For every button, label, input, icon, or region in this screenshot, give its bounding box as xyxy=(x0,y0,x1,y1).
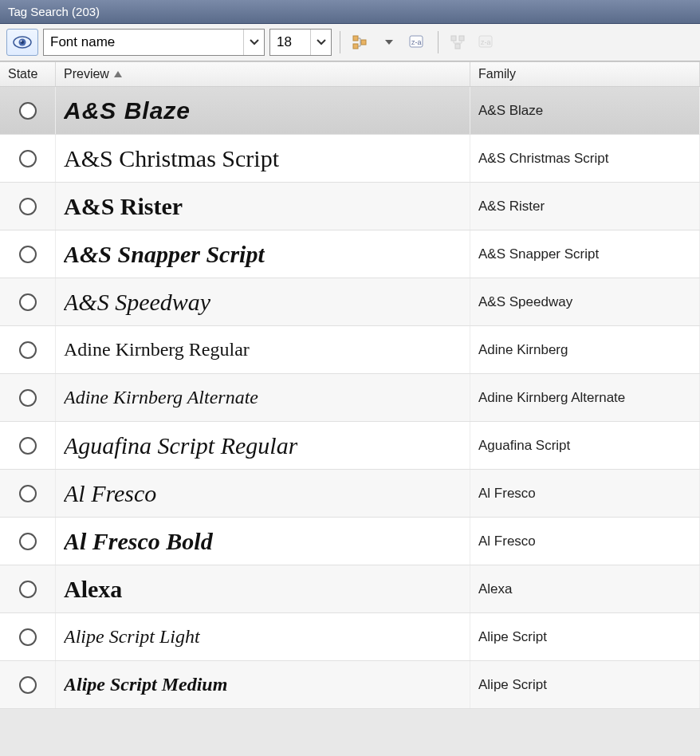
family-cell: A&S Speedway xyxy=(470,278,700,325)
svg-rect-5 xyxy=(353,44,358,49)
table-body: A&S BlazeA&S BlazeA&S Christmas ScriptA&… xyxy=(0,87,700,709)
family-cell: Al Fresco xyxy=(470,470,700,517)
table-header: State Preview Family xyxy=(0,61,700,87)
sort-az-button[interactable]: z-a xyxy=(406,30,430,54)
state-radio[interactable] xyxy=(19,246,37,263)
state-cell xyxy=(0,422,56,469)
tree-dropdown-button[interactable] xyxy=(377,30,401,54)
font-preview-text: Al Fresco Bold xyxy=(64,528,213,555)
font-name-combo[interactable] xyxy=(43,29,265,56)
state-radio[interactable] xyxy=(19,676,37,694)
font-preview-text: Alexa xyxy=(64,576,122,603)
table-row[interactable]: AlexaAlexa xyxy=(0,565,700,613)
state-cell xyxy=(0,135,56,182)
preview-cell: Adine Kirnberg Alternate xyxy=(56,374,470,421)
font-name-input[interactable] xyxy=(44,30,243,55)
font-preview-text: Adine Kirnberg Regular xyxy=(64,339,250,360)
table-row[interactable]: Al FrescoAl Fresco xyxy=(0,470,700,518)
toolbar-separator xyxy=(340,31,340,53)
font-family-name: A&S Christmas Script xyxy=(478,151,608,167)
svg-point-3 xyxy=(21,41,22,42)
font-size-input[interactable] xyxy=(270,30,310,55)
table-row[interactable]: A&S SpeedwayA&S Speedway xyxy=(0,278,700,326)
table-row[interactable]: Alipe Script LightAlipe Script xyxy=(0,613,700,661)
chevron-down-icon xyxy=(317,39,326,45)
state-cell xyxy=(0,374,56,421)
preview-cell: A&S Snapper Script xyxy=(56,230,470,278)
table-row[interactable]: A&S BlazeA&S Blaze xyxy=(0,87,700,135)
tree-expand-button[interactable] xyxy=(348,30,372,54)
preview-cell: A&S Rister xyxy=(56,183,470,230)
tree-collapse-icon xyxy=(450,34,466,50)
preview-cell: A&S Blaze xyxy=(56,87,470,134)
font-preview-text: A&S Rister xyxy=(64,193,183,220)
column-header-state[interactable]: State xyxy=(0,62,56,86)
font-preview-text: A&S Snapper Script xyxy=(64,241,265,268)
font-size-combo[interactable] xyxy=(269,29,332,56)
preview-cell: Alexa xyxy=(56,565,470,612)
font-preview-text: A&S Blaze xyxy=(64,97,191,124)
font-family-name: Alipe Script xyxy=(478,677,547,693)
font-family-name: Al Fresco xyxy=(478,486,536,502)
font-family-name: Adine Kirnberg Alternate xyxy=(478,390,625,406)
column-header-label: Family xyxy=(478,67,516,81)
family-cell: A&S Rister xyxy=(470,183,700,230)
preview-cell: Alipe Script Light xyxy=(56,613,470,660)
table-row[interactable]: Alipe Script MediumAlipe Script xyxy=(0,661,700,709)
svg-rect-9 xyxy=(451,36,456,41)
family-cell: A&S Christmas Script xyxy=(470,135,700,182)
svg-rect-4 xyxy=(353,36,358,41)
state-radio[interactable] xyxy=(19,293,37,311)
font-family-name: A&S Blaze xyxy=(478,103,543,119)
table-row[interactable]: A&S Christmas ScriptA&S Christmas Script xyxy=(0,135,700,183)
state-radio[interactable] xyxy=(19,150,37,167)
column-header-family[interactable]: Family xyxy=(470,62,700,86)
preview-cell: Al Fresco xyxy=(56,470,470,517)
state-cell xyxy=(0,278,56,325)
family-cell: A&S Blaze xyxy=(470,87,700,134)
preview-cell: Aguafina Script Regular xyxy=(56,422,470,469)
svg-text:z-a: z-a xyxy=(411,38,422,46)
font-table: State Preview Family A&S BlazeA&S BlazeA… xyxy=(0,61,700,709)
state-radio[interactable] xyxy=(19,102,37,120)
state-cell xyxy=(0,470,56,517)
window-title-text: Tag Search (203) xyxy=(8,5,100,18)
toolbar: z-a z-a xyxy=(0,24,700,61)
state-cell xyxy=(0,87,56,134)
font-preview-text: Alipe Script Medium xyxy=(64,674,227,695)
font-family-name: Aguafina Script xyxy=(478,438,570,454)
table-row[interactable]: Adine Kirnberg AlternateAdine Kirnberg A… xyxy=(0,374,700,422)
font-family-name: A&S Snapper Script xyxy=(478,246,599,262)
column-header-preview[interactable]: Preview xyxy=(56,62,470,86)
toolbar-separator xyxy=(438,31,438,53)
tree-collapse-button xyxy=(446,30,470,54)
state-radio[interactable] xyxy=(19,437,37,455)
sort-az-icon: z-a xyxy=(478,35,496,49)
font-size-dropdown-button[interactable] xyxy=(310,30,331,55)
family-cell: Adine Kirnberg Alternate xyxy=(470,374,700,421)
table-row[interactable]: A&S RisterA&S Rister xyxy=(0,183,700,230)
state-radio[interactable] xyxy=(19,581,37,598)
font-name-dropdown-button[interactable] xyxy=(243,30,264,55)
preview-visibility-button[interactable] xyxy=(6,29,38,56)
table-row[interactable]: Aguafina Script RegularAguafina Script xyxy=(0,422,700,470)
state-radio[interactable] xyxy=(19,628,37,646)
preview-cell: Alipe Script Medium xyxy=(56,661,470,708)
font-preview-text: Adine Kirnberg Alternate xyxy=(64,387,258,408)
state-radio[interactable] xyxy=(19,389,37,407)
state-radio[interactable] xyxy=(19,533,37,550)
svg-rect-11 xyxy=(455,44,460,49)
state-radio[interactable] xyxy=(19,341,37,359)
state-cell xyxy=(0,230,56,278)
font-family-name: Adine Kirnberg xyxy=(478,342,568,358)
sort-ascending-icon xyxy=(114,71,122,77)
table-row[interactable]: Al Fresco BoldAl Fresco xyxy=(0,518,700,565)
family-cell: Al Fresco xyxy=(470,518,700,565)
font-preview-text: Aguafina Script Regular xyxy=(64,432,297,459)
table-row[interactable]: A&S Snapper ScriptA&S Snapper Script xyxy=(0,230,700,278)
table-row[interactable]: Adine Kirnberg RegularAdine Kirnberg xyxy=(0,326,700,374)
font-preview-text: A&S Speedway xyxy=(64,289,210,316)
state-radio[interactable] xyxy=(19,198,37,215)
state-radio[interactable] xyxy=(19,485,37,502)
preview-cell: A&S Christmas Script xyxy=(56,135,470,182)
